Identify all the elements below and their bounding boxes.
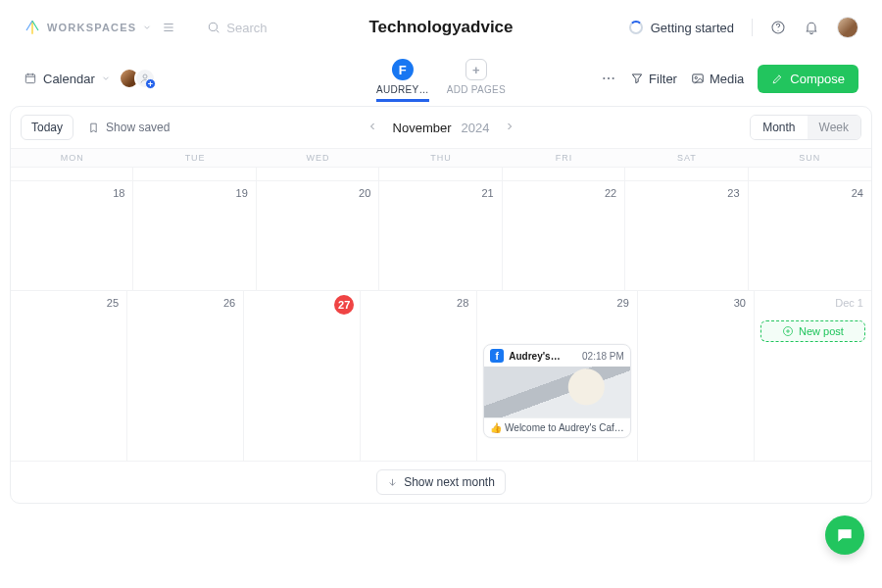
- user-avatar[interactable]: [837, 17, 858, 38]
- dow-label: THU: [379, 149, 502, 167]
- chevron-down-icon: [101, 74, 111, 83]
- compose-icon: [771, 73, 784, 85]
- calendar-cell[interactable]: 21: [379, 181, 502, 290]
- calendar-cell[interactable]: 20: [257, 181, 379, 290]
- arrow-down-icon: [387, 477, 398, 488]
- month-navigator: November 2024: [364, 119, 519, 137]
- svg-point-6: [608, 77, 610, 79]
- calendar-row: 25 26 27 28 29 f Audrey's… 02:18 PM 👍 We…: [11, 291, 871, 462]
- members-stack[interactable]: +: [124, 68, 156, 89]
- facebook-icon: f: [392, 59, 414, 80]
- svg-point-4: [143, 74, 147, 78]
- dow-label: WED: [257, 149, 379, 167]
- day-number: 21: [481, 187, 493, 199]
- day-number-today: 27: [334, 295, 354, 315]
- calendar-cell[interactable]: 30: [638, 291, 755, 461]
- tab-facebook-page[interactable]: f Audrey…: [376, 59, 429, 102]
- calendar-cell[interactable]: Dec 1 New post: [755, 291, 871, 461]
- next-month-button[interactable]: [499, 119, 518, 137]
- calendar-cell[interactable]: 25: [11, 291, 127, 461]
- new-post-button[interactable]: New post: [760, 320, 865, 342]
- calendar-panel: Today Show saved November 2024 Month Wee…: [10, 106, 872, 504]
- getting-started-label: Getting started: [651, 21, 734, 35]
- day-number: 19: [236, 187, 248, 199]
- calendar-cell[interactable]: 19: [133, 181, 256, 290]
- bookmark-icon: [87, 122, 100, 134]
- day-number: 20: [359, 187, 370, 199]
- svg-rect-3: [25, 74, 34, 83]
- calendar-cell[interactable]: 28: [361, 291, 477, 461]
- calendar-cell[interactable]: 26: [127, 291, 244, 461]
- add-member-button[interactable]: +: [134, 68, 156, 89]
- svg-point-2: [777, 30, 778, 31]
- year-label: 2024: [462, 121, 490, 135]
- calendar-cell[interactable]: 29 f Audrey's… 02:18 PM 👍 Welcome to Aud…: [477, 291, 638, 461]
- calendar-cell[interactable]: 18: [11, 181, 133, 290]
- calendar-row: 18 19 20 21 22 23 24: [11, 181, 871, 291]
- plus-icon: +: [466, 59, 487, 80]
- svg-point-5: [603, 77, 605, 79]
- compose-button[interactable]: Compose: [758, 65, 858, 93]
- brand-label: WORKSPACES: [47, 22, 136, 33]
- dow-label: TUE: [133, 149, 256, 167]
- chat-fab[interactable]: [825, 515, 864, 555]
- day-number: 18: [113, 187, 124, 199]
- plus-circle-icon: [782, 325, 794, 337]
- dow-label: FRI: [503, 149, 625, 167]
- help-icon: [770, 20, 786, 35]
- scheduled-post-card[interactable]: f Audrey's… 02:18 PM 👍 Welcome to Audrey…: [483, 344, 631, 438]
- page-title: Technologyadvice: [368, 18, 513, 37]
- calendar-cell[interactable]: 27: [244, 291, 361, 461]
- calendar-cell[interactable]: 23: [625, 181, 748, 290]
- svg-point-9: [695, 76, 697, 78]
- calendar-cell[interactable]: 22: [503, 181, 625, 290]
- ellipsis-icon: [601, 71, 616, 86]
- media-button[interactable]: Media: [691, 72, 744, 86]
- calendar-row-partial: [11, 168, 871, 181]
- post-time: 02:18 PM: [582, 351, 624, 362]
- show-saved-toggle[interactable]: Show saved: [87, 121, 170, 134]
- post-account: Audrey's…: [509, 351, 577, 362]
- view-week-button[interactable]: Week: [808, 116, 860, 139]
- getting-started-link[interactable]: Getting started: [629, 21, 734, 35]
- tab-label: ADD PAGES: [447, 84, 506, 95]
- view-month-button[interactable]: Month: [751, 116, 807, 139]
- workspaces-brand[interactable]: WORKSPACES: [24, 19, 175, 36]
- hamburger-icon[interactable]: [162, 21, 175, 34]
- filter-icon: [630, 72, 644, 85]
- media-label: Media: [710, 72, 744, 86]
- show-next-label: Show next month: [404, 475, 495, 489]
- show-next-month-button[interactable]: Show next month: [376, 469, 506, 495]
- today-button[interactable]: Today: [21, 115, 74, 140]
- day-number: 28: [457, 297, 468, 309]
- chevron-down-icon: [142, 23, 152, 32]
- post-thumbnail: [484, 367, 630, 417]
- more-button[interactable]: [601, 71, 616, 86]
- day-number: 30: [734, 297, 746, 309]
- section-picker[interactable]: Calendar: [24, 72, 111, 86]
- search-icon: [207, 21, 220, 34]
- dow-label: SAT: [625, 149, 748, 167]
- arrow-left-icon: [368, 121, 379, 132]
- day-number: 29: [617, 297, 629, 309]
- calendar-icon: [24, 72, 37, 85]
- chat-icon: [835, 525, 855, 545]
- dow-label: MON: [11, 149, 133, 167]
- filter-button[interactable]: Filter: [630, 72, 677, 86]
- search-input[interactable]: [226, 21, 305, 35]
- facebook-icon: f: [490, 349, 504, 363]
- dow-label: SUN: [749, 149, 871, 167]
- new-post-label: New post: [799, 325, 844, 337]
- calendar-cell[interactable]: 24: [749, 181, 871, 290]
- month-label: November: [393, 121, 452, 135]
- dow-header: MON TUE WED THU FRI SAT SUN: [11, 148, 871, 168]
- bell-icon: [804, 20, 819, 35]
- search[interactable]: [207, 21, 305, 35]
- notifications-button[interactable]: [804, 20, 819, 35]
- help-button[interactable]: [770, 20, 786, 35]
- tab-add-pages[interactable]: + ADD PAGES: [447, 59, 506, 102]
- progress-spinner-icon: [629, 21, 643, 34]
- prev-month-button[interactable]: [364, 119, 383, 137]
- compose-label: Compose: [790, 72, 845, 86]
- day-number: 24: [852, 187, 863, 199]
